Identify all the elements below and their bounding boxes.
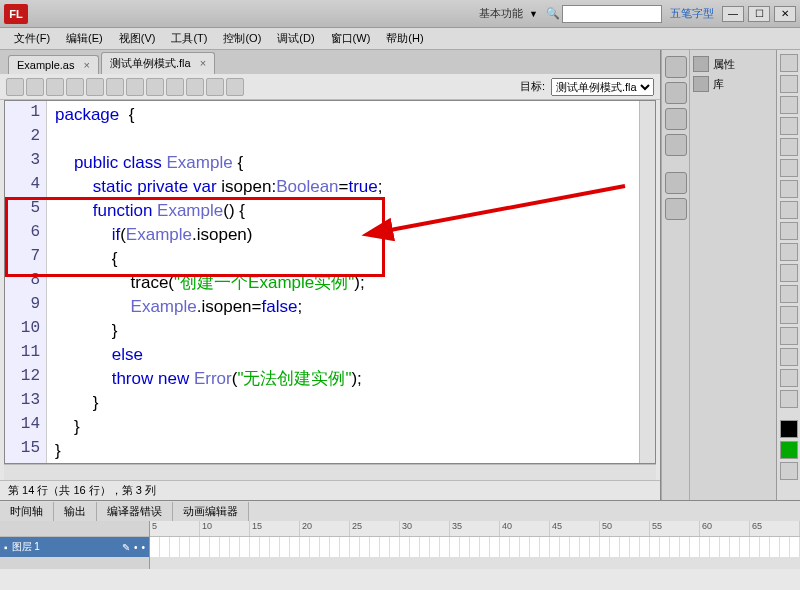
menu-debug[interactable]: 调试(D) [269,29,322,48]
swatches-panel-icon[interactable] [665,56,687,78]
target-select[interactable]: 测试单例模式.fla [551,78,654,96]
menu-help[interactable]: 帮助(H) [378,29,431,48]
expand-icon[interactable] [146,78,164,96]
free-transform-tool-icon[interactable] [780,96,798,114]
menu-edit[interactable]: 编辑(E) [58,29,111,48]
pen-tool-icon[interactable] [780,138,798,156]
selection-tool-icon[interactable] [780,54,798,72]
subselection-tool-icon[interactable] [780,75,798,93]
paint-bucket-tool-icon[interactable] [780,306,798,324]
find-icon[interactable] [26,78,44,96]
code-line[interactable]: else [55,343,639,367]
properties-panel-button[interactable]: 属性 [693,56,773,72]
code-line[interactable]: trace("创建一个Example实例"); [55,271,639,295]
auto-format-icon[interactable] [66,78,84,96]
swap-colors-icon[interactable] [780,462,798,480]
tab-timeline[interactable]: 时间轴 [0,502,54,521]
ruler-tick: 60 [700,521,750,536]
bone-tool-icon[interactable] [780,285,798,303]
code-line[interactable]: if(Example.isopen) [55,223,639,247]
color-panel-icon[interactable] [665,172,687,194]
ime-indicator: 五笔字型 [670,6,714,21]
code-line[interactable]: public class Example { [55,151,639,175]
pencil-tool-icon[interactable] [780,222,798,240]
code-line[interactable]: Example.isopen=false; [55,295,639,319]
tab-test-fla[interactable]: 测试单例模式.fla × [101,52,215,74]
workspace-label[interactable]: 基本功能 [479,6,523,21]
uncomment-icon[interactable] [186,78,204,96]
debug-icon[interactable] [106,78,124,96]
code-hint-icon[interactable] [86,78,104,96]
code-line[interactable]: } [55,391,639,415]
close-icon[interactable]: × [84,59,90,71]
code-line[interactable]: } [55,415,639,439]
tab-output[interactable]: 输出 [54,502,97,521]
code-line[interactable]: function Example() { [55,199,639,223]
code-line[interactable]: } [55,439,639,463]
rectangle-tool-icon[interactable] [780,201,798,219]
maximize-button[interactable]: ☐ [748,6,770,22]
visibility-icon[interactable]: • [134,542,138,553]
ruler-tick: 40 [500,521,550,536]
code-editor[interactable]: package { public class Example { static … [47,101,639,463]
line-number: 8 [5,271,46,295]
timeline-layer-row[interactable]: ▪ 图层 1 ✎ • • [0,537,149,557]
code-line[interactable]: } [55,319,639,343]
timeline-ruler[interactable]: 5101520253035404550556065 [150,521,800,537]
eraser-tool-icon[interactable] [780,348,798,366]
ruler-tick: 50 [600,521,650,536]
horizontal-scrollbar[interactable] [4,464,656,480]
indent-icon[interactable] [226,78,244,96]
search-input[interactable] [562,5,662,23]
samples-panel-icon[interactable] [665,198,687,220]
line-number: 15 [5,439,46,463]
layer-name: 图层 1 [12,540,40,554]
workspace-dropdown-icon[interactable]: ▼ [529,9,538,19]
close-icon[interactable]: × [200,57,206,69]
text-tool-icon[interactable] [780,159,798,177]
close-button[interactable]: ✕ [774,6,796,22]
menu-file[interactable]: 文件(F) [6,29,58,48]
transform-panel-icon[interactable] [665,134,687,156]
code-line[interactable]: { [55,247,639,271]
timeline-track[interactable] [150,537,800,557]
menu-tools[interactable]: 工具(T) [163,29,215,48]
lock-icon[interactable]: • [141,542,145,553]
line-tool-icon[interactable] [780,180,798,198]
brush-tool-icon[interactable] [780,243,798,261]
library-panel-button[interactable]: 库 [693,76,773,92]
tab-example-as[interactable]: Example.as × [8,55,99,74]
deco-tool-icon[interactable] [780,264,798,282]
lasso-tool-icon[interactable] [780,117,798,135]
line-number-gutter: 12345678910111213141516 [5,101,47,463]
code-line[interactable] [55,127,639,151]
tab-compiler-errors[interactable]: 编译器错误 [97,502,173,521]
fill-color-icon[interactable] [780,441,798,459]
menu-control[interactable]: 控制(O) [215,29,269,48]
app-logo: FL [4,4,28,24]
outdent-icon[interactable] [206,78,224,96]
menu-view[interactable]: 视图(V) [111,29,164,48]
code-line[interactable] [55,463,639,464]
status-bar: 第 14 行（共 16 行），第 3 列 [0,480,660,500]
info-panel-icon[interactable] [665,108,687,130]
stroke-color-icon[interactable] [780,420,798,438]
check-syntax-icon[interactable] [46,78,64,96]
comment-icon[interactable] [166,78,184,96]
code-line[interactable]: package { [55,103,639,127]
eyedropper-tool-icon[interactable] [780,327,798,345]
zoom-tool-icon[interactable] [780,390,798,408]
tab-motion-editor[interactable]: 动画编辑器 [173,502,249,521]
hand-tool-icon[interactable] [780,369,798,387]
code-line[interactable]: throw new Error("无法创建实例"); [55,367,639,391]
vertical-scrollbar[interactable] [639,101,655,463]
line-number: 4 [5,175,46,199]
code-line[interactable]: static private var isopen:Boolean=true; [55,175,639,199]
collapse-icon[interactable] [126,78,144,96]
menu-window[interactable]: 窗口(W) [323,29,379,48]
align-panel-icon[interactable] [665,82,687,104]
add-script-icon[interactable] [6,78,24,96]
minimize-button[interactable]: — [722,6,744,22]
pencil-icon[interactable]: ✎ [122,542,130,553]
search-icon: 🔍 [546,7,560,20]
